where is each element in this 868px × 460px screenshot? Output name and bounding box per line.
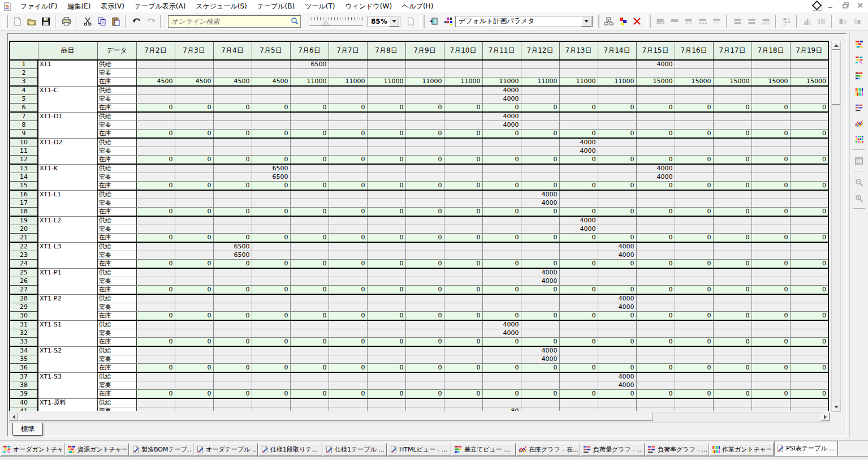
grid-cell[interactable]: 0 bbox=[521, 208, 559, 217]
grid-cell[interactable]: 0 bbox=[675, 130, 713, 139]
window-tab-8[interactable]: 在庫グラフ - 在... bbox=[516, 443, 580, 456]
grid-cell[interactable] bbox=[790, 147, 828, 156]
grid-cell[interactable]: 0 bbox=[636, 208, 675, 217]
grid-cell[interactable]: 0 bbox=[367, 208, 405, 217]
grid-cell[interactable]: 0 bbox=[482, 364, 521, 373]
grid-cell[interactable]: 0 bbox=[329, 208, 367, 217]
grid-cell[interactable]: 0 bbox=[598, 234, 636, 243]
grid-cell[interactable]: 0 bbox=[790, 364, 828, 373]
horizontal-scrollbar-thumb[interactable] bbox=[19, 412, 653, 421]
grid-cell[interactable] bbox=[175, 173, 213, 182]
grid-cell[interactable] bbox=[636, 86, 675, 95]
grid-cell[interactable] bbox=[175, 69, 213, 78]
grid-cell[interactable] bbox=[329, 190, 367, 199]
grid-cell[interactable] bbox=[367, 147, 405, 156]
grid-cell[interactable] bbox=[752, 346, 790, 355]
grid-cell[interactable] bbox=[136, 69, 175, 78]
zoom-level-select[interactable]: 85% bbox=[368, 16, 400, 27]
grid-cell[interactable]: 0 bbox=[175, 182, 213, 191]
grid-cell[interactable]: 0 bbox=[290, 364, 329, 373]
grid-cell[interactable]: 0 bbox=[290, 234, 329, 243]
grid-cell[interactable] bbox=[136, 277, 175, 286]
grid-cell[interactable] bbox=[713, 294, 752, 303]
grid-cell[interactable] bbox=[790, 407, 828, 411]
grid-cell[interactable]: 0 bbox=[752, 208, 790, 217]
grid-cell[interactable] bbox=[290, 346, 329, 355]
grid-cell[interactable] bbox=[752, 329, 790, 338]
grid-cell[interactable] bbox=[521, 164, 559, 173]
grid-cell[interactable]: 0 bbox=[252, 312, 290, 321]
grid-cell[interactable] bbox=[790, 60, 828, 69]
grid-cell[interactable]: 0 bbox=[675, 286, 713, 295]
data-type-cell[interactable]: 需要 bbox=[97, 173, 136, 182]
grid-cell[interactable] bbox=[559, 320, 598, 329]
grid-cell[interactable]: 0 bbox=[636, 286, 675, 295]
toolbar-grip[interactable] bbox=[420, 15, 425, 28]
grid-cell[interactable]: 0 bbox=[598, 130, 636, 139]
grid-cell[interactable] bbox=[636, 112, 675, 121]
restore-button[interactable] bbox=[840, 1, 851, 10]
grid-cell[interactable] bbox=[175, 372, 213, 381]
grid-cell[interactable] bbox=[367, 138, 405, 147]
grid-cell[interactable]: 4000 bbox=[482, 320, 521, 329]
paste-icon[interactable] bbox=[109, 14, 123, 28]
grid-cell[interactable]: 4000 bbox=[598, 303, 636, 312]
grid-cell[interactable] bbox=[559, 407, 598, 411]
grid-cell[interactable] bbox=[636, 294, 675, 303]
grid-cell[interactable] bbox=[290, 355, 329, 364]
undo-icon[interactable] bbox=[129, 14, 144, 28]
grid-cell[interactable] bbox=[636, 381, 675, 390]
grid-cell[interactable] bbox=[752, 164, 790, 173]
grid-cell[interactable]: 0 bbox=[752, 156, 790, 165]
grid-cell[interactable] bbox=[636, 216, 675, 225]
grid-cell[interactable] bbox=[367, 242, 405, 251]
grid-cell[interactable]: 0 bbox=[136, 130, 175, 139]
column-header-date[interactable]: 7月8日 bbox=[367, 41, 405, 60]
window-tab-7[interactable]: 差立てビュー ... bbox=[452, 443, 516, 456]
data-type-cell[interactable]: 需要 bbox=[97, 329, 136, 338]
grid-cell[interactable]: 4000 bbox=[482, 86, 521, 95]
scroll-right-icon[interactable] bbox=[821, 412, 830, 421]
data-type-cell[interactable]: 供給 bbox=[97, 294, 136, 303]
row-number-cell[interactable]: 11 bbox=[10, 147, 38, 156]
grid-cell[interactable]: 0 bbox=[290, 312, 329, 321]
grid-cell[interactable]: 0 bbox=[444, 312, 482, 321]
grid-cell[interactable] bbox=[521, 251, 559, 260]
grid-cell[interactable] bbox=[559, 112, 598, 121]
row-number-cell[interactable]: 23 bbox=[10, 251, 38, 260]
grid-cell[interactable] bbox=[636, 69, 675, 78]
grid-cell[interactable] bbox=[213, 320, 252, 329]
toolbar-grip[interactable] bbox=[646, 15, 651, 28]
grid-cell[interactable] bbox=[675, 381, 713, 390]
grid-cell[interactable] bbox=[675, 173, 713, 182]
row-number-cell[interactable]: 4 bbox=[10, 86, 38, 95]
grid-cell[interactable] bbox=[713, 407, 752, 411]
grid-cell[interactable] bbox=[367, 216, 405, 225]
grid-cell[interactable]: 4000 bbox=[482, 121, 521, 130]
grid-cell[interactable] bbox=[790, 190, 828, 199]
grid-cell[interactable]: 0 bbox=[367, 260, 405, 269]
grid-cell[interactable] bbox=[252, 355, 290, 364]
grid-cell[interactable]: 0 bbox=[559, 260, 598, 269]
grid-cell[interactable] bbox=[405, 407, 444, 411]
data-type-cell[interactable]: 供給 bbox=[97, 320, 136, 329]
grid-cell[interactable] bbox=[290, 381, 329, 390]
grid-cell[interactable] bbox=[367, 164, 405, 173]
grid-cell[interactable] bbox=[444, 320, 482, 329]
grid-cell[interactable]: 0 bbox=[444, 208, 482, 217]
grid-cell[interactable] bbox=[752, 303, 790, 312]
grid-cell[interactable] bbox=[521, 147, 559, 156]
grid-cell[interactable] bbox=[252, 60, 290, 69]
row-number-cell[interactable]: 30 bbox=[10, 312, 38, 321]
row-number-cell[interactable]: 32 bbox=[10, 329, 38, 338]
grid-cell[interactable]: 0 bbox=[752, 390, 790, 399]
grid-cell[interactable] bbox=[521, 372, 559, 381]
grid-cell[interactable] bbox=[598, 190, 636, 199]
grid-cell[interactable] bbox=[636, 355, 675, 364]
grid-cell[interactable] bbox=[136, 242, 175, 251]
grid-cell[interactable] bbox=[213, 60, 252, 69]
grid-cell[interactable] bbox=[598, 407, 636, 411]
grid-cell[interactable] bbox=[175, 320, 213, 329]
grid-cell[interactable] bbox=[790, 164, 828, 173]
grid-cell[interactable] bbox=[636, 225, 675, 234]
